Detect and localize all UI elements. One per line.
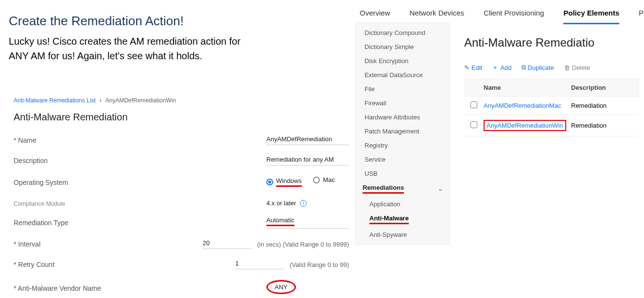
sidebar-item-dictionary-simple[interactable]: Dictionary Simple [356,40,450,54]
edit-button[interactable]: ✎Edit [464,63,482,72]
radio-on-icon [266,179,273,185]
trash-icon: 🗑 [564,64,570,71]
os-windows-label: Windows [276,177,302,187]
name-field[interactable]: AnyAMDefRemediation [266,135,349,145]
description-label: Description [14,157,266,165]
add-label: Add [500,64,511,71]
interval-hint: (in secs) (Valid Range 0 to 9999) [257,241,349,248]
duplicate-label: Duplicate [528,64,554,71]
slide-body: Lucky us! Cisco creates the AM remediati… [9,34,281,63]
name-label: * Name [14,136,266,144]
sidebar-sub-anti-malware[interactable]: Anti-Malware [356,211,450,228]
remediation-form: Anti-Malware Remediations List › AnyAMDe… [14,97,349,298]
list-title: Anti-Malware Remediatio [464,36,639,50]
sidebar-item-external-datasource[interactable]: External DataSource [356,68,450,82]
sidebar-section-label: Remediations [363,184,404,194]
vendor-label: * Anti-Malware Vendor Name [14,284,266,292]
interval-label: * Interval [14,240,203,248]
add-button[interactable]: ＋Add [492,63,511,72]
tab-client-provisioning[interactable]: Client Provisioning [484,9,544,24]
retry-field[interactable]: 1 [235,260,284,269]
remtype-select[interactable]: Automatic [266,216,349,229]
sidebar-item-service[interactable]: Service [356,152,450,166]
sidebar-sub-anti-malware-label: Anti-Malware [369,215,409,224]
description-field[interactable]: Remediation for any AM [266,156,349,166]
slide-title: Create the Remediation Action! [9,14,184,29]
slide-body-line1: Lucky us! Cisco creates the AM remediati… [9,36,241,47]
os-label: Operating System [14,179,266,186]
list-toolbar: ✎Edit ＋Add ⧉Duplicate 🗑Delete [464,63,639,72]
chevron-right-icon: › [100,97,102,104]
slide-body-line2: ANY AM for us! Again, let's see what it … [9,50,202,61]
pencil-icon: ✎ [464,64,470,71]
sidebar-item-hardware-attributes[interactable]: Hardware Attributes [356,110,450,124]
info-icon[interactable]: i [300,200,307,207]
chevron-down-icon: ⌄ [438,185,443,192]
radio-off-icon [313,177,320,183]
row-name-win[interactable]: AnyAMDefRemediationWin [484,120,571,131]
delete-button[interactable]: 🗑Delete [564,63,591,72]
form-title: Anti-Malware Remediation [14,112,349,123]
sidebar-item-dictionary-compound[interactable]: Dictionary Compound [356,26,450,40]
os-mac-label: Mac [323,176,335,183]
sidebar-item-registry[interactable]: Registry [356,138,450,152]
row-checkbox[interactable] [470,101,477,108]
row-desc-win: Remediation [571,122,639,129]
breadcrumb-parent[interactable]: Anti-Malware Remediations List [14,97,96,104]
tab-policy-elements[interactable]: Policy Elements [563,9,619,24]
row-name-mac[interactable]: AnyAMDefRemediationMac [484,102,571,109]
edit-label: Edit [471,64,482,71]
table-row: AnyAMDefRemediationWin Remediation [464,115,639,136]
sidebar: Dictionary Compound Dictionary Simple Di… [355,22,450,245]
header-name: Name [484,84,571,91]
os-mac-radio[interactable]: Mac [313,176,335,183]
compliance-value: 4.x or later i [266,199,349,209]
list-header: Name Description [464,79,639,97]
copy-icon: ⧉ [522,64,526,71]
row-desc-mac: Remediation [571,102,639,109]
sidebar-sub-application[interactable]: Application [356,197,450,211]
table-row: AnyAMDefRemediationMac Remediation [464,97,639,115]
retry-hint: (Valid Range 0 to 99) [290,261,349,268]
compliance-label: Compliance Module [14,200,266,207]
sidebar-item-firewall[interactable]: Firewall [356,96,450,110]
delete-label: Delete [572,64,591,71]
sidebar-section-remediations[interactable]: Remediations ⌄ [356,181,450,197]
breadcrumb: Anti-Malware Remediations List › AnyAMDe… [14,97,349,104]
sidebar-item-usb[interactable]: USB [356,166,450,181]
sidebar-item-disk-encryption[interactable]: Disk Encryption [356,54,450,68]
plus-icon: ＋ [492,63,498,72]
breadcrumb-current: AnyAMDefRemediationWin [105,97,176,104]
interval-field[interactable]: 20 [203,239,251,249]
duplicate-button[interactable]: ⧉Duplicate [522,63,554,72]
sidebar-item-file[interactable]: File [356,82,450,96]
row-name-win-label: AnyAMDefRemediationWin [484,120,566,131]
compliance-text: 4.x or later [266,199,296,207]
remtype-label: Remediation Type [14,219,266,227]
vendor-value: ANY [266,280,296,294]
tab-truncated[interactable]: P [639,9,644,24]
remediation-list-panel: Anti-Malware Remediatio ✎Edit ＋Add ⧉Dupl… [464,36,639,136]
os-windows-radio[interactable]: Windows [266,177,302,187]
row-checkbox[interactable] [470,121,477,128]
os-radio-group: Windows Mac [266,176,349,189]
header-description: Description [571,84,639,91]
retry-label: * Retry Count [14,261,235,268]
sidebar-item-patch-management[interactable]: Patch Management [356,124,450,138]
sidebar-sub-anti-spyware[interactable]: Anti-Spyware [356,228,450,242]
remtype-value: Automatic [266,216,295,226]
vendor-select[interactable]: ANY [266,280,349,296]
